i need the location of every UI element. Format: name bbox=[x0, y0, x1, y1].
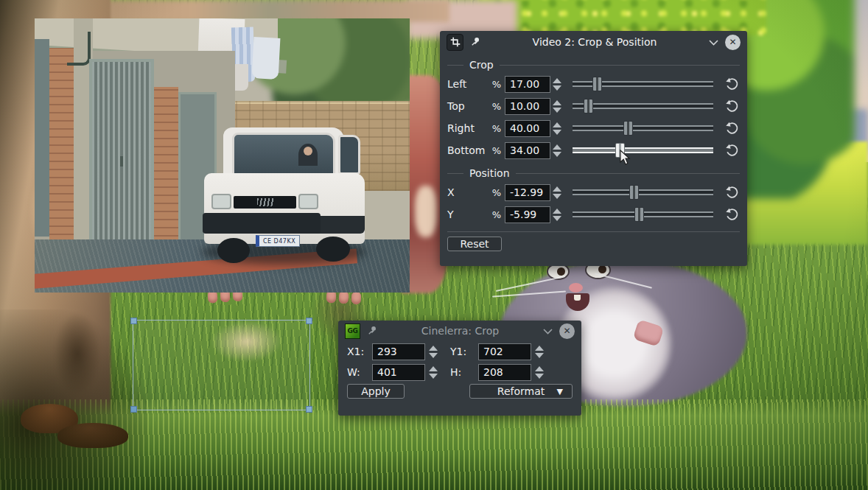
bottom-spinner[interactable] bbox=[550, 144, 564, 157]
undo-icon[interactable] bbox=[722, 77, 741, 91]
w-input[interactable]: 401 bbox=[372, 364, 425, 381]
fiat-logo bbox=[257, 198, 273, 206]
crop-handle-top-left[interactable] bbox=[130, 318, 137, 324]
crop-coords-row-1: X1: 293 Y1: 702 bbox=[338, 341, 581, 362]
x-value-input[interactable]: -12.99 bbox=[505, 184, 550, 201]
right-slider[interactable] bbox=[573, 120, 713, 136]
crop-position-dialog: Video 2: Crop & Position ✕ Crop Left % 1… bbox=[440, 31, 747, 266]
collapse-chevron-icon[interactable] bbox=[709, 36, 718, 48]
position-group-header: Position bbox=[447, 167, 740, 180]
top-value-input[interactable]: 10.00 bbox=[505, 98, 550, 115]
left-slider[interactable] bbox=[573, 76, 713, 92]
crop-selection-rect[interactable] bbox=[133, 320, 310, 410]
left-spinner[interactable] bbox=[550, 78, 564, 91]
x-spinner[interactable] bbox=[550, 186, 564, 199]
left-value-input[interactable]: 17.00 bbox=[505, 76, 550, 93]
position-row-y: Y % -5.99 bbox=[440, 203, 747, 225]
car-side-window bbox=[338, 135, 360, 175]
car-grille bbox=[234, 196, 296, 209]
undo-icon[interactable] bbox=[722, 185, 741, 200]
y1-spinner[interactable] bbox=[533, 346, 546, 358]
crop-row-right: Right % 40.00 bbox=[440, 117, 747, 139]
top-slider[interactable] bbox=[573, 98, 713, 114]
car-license-plate: CE D47KX bbox=[256, 235, 300, 247]
car-headlight-left bbox=[211, 194, 231, 209]
x1-input[interactable]: 293 bbox=[372, 343, 425, 360]
crop-tool-icon[interactable] bbox=[447, 34, 463, 51]
compositor-screen: CE D47KX Video 2: Crop & Position ✕ Crop bbox=[0, 0, 868, 490]
undo-icon[interactable] bbox=[722, 207, 741, 222]
dialog-titlebar[interactable]: Video 2: Crop & Position ✕ bbox=[440, 31, 747, 53]
close-icon[interactable]: ✕ bbox=[559, 323, 575, 339]
video-preview-canvas[interactable]: CE D47KX bbox=[35, 18, 410, 293]
car-wheel-front bbox=[217, 238, 250, 263]
crop-group-header: Crop bbox=[447, 58, 740, 71]
position-row-x: X % -12.99 bbox=[440, 181, 747, 203]
y-slider[interactable] bbox=[573, 206, 713, 223]
preview-conduit-pipe bbox=[67, 32, 91, 66]
car-headlight-right bbox=[298, 194, 318, 209]
h-spinner[interactable] bbox=[533, 366, 546, 379]
undo-icon[interactable] bbox=[722, 121, 741, 136]
right-spinner[interactable] bbox=[550, 122, 564, 135]
reset-button[interactable]: Reset bbox=[447, 237, 502, 251]
preview-garage-door-partial bbox=[35, 39, 49, 237]
cinelerra-crop-dialog: GG Cinelerra: Crop ✕ X1: 293 Y1: 702 W: … bbox=[338, 321, 581, 416]
reformat-button[interactable]: Reformat ▼ bbox=[469, 384, 573, 399]
car-windshield bbox=[232, 133, 335, 175]
undo-icon[interactable] bbox=[722, 143, 741, 158]
cinelerra-gg-icon: GG bbox=[345, 323, 360, 339]
crop-handle-bottom-right[interactable] bbox=[306, 406, 312, 413]
car-driver bbox=[298, 144, 318, 166]
preview-car: CE D47KX bbox=[204, 127, 365, 267]
w-spinner[interactable] bbox=[427, 366, 440, 379]
crop-row-top: Top % 10.00 bbox=[440, 95, 747, 117]
dialog-title: Video 2: Crop & Position bbox=[487, 36, 702, 48]
y-spinner[interactable] bbox=[550, 209, 564, 221]
crop-coords-row-2: W: 401 H: 208 bbox=[338, 362, 581, 382]
bottom-slider[interactable] bbox=[573, 142, 713, 158]
x-slider[interactable] bbox=[573, 184, 713, 200]
bottom-value-input[interactable]: 34.00 bbox=[505, 142, 550, 159]
crop-row-bottom: Bottom % 34.00 bbox=[440, 139, 747, 161]
right-value-input[interactable]: 40.00 bbox=[505, 120, 550, 137]
crop-handle-top-right[interactable] bbox=[306, 318, 312, 324]
car-bumper bbox=[203, 213, 321, 234]
pin-icon[interactable] bbox=[470, 36, 480, 49]
collapse-chevron-icon[interactable] bbox=[543, 325, 553, 337]
h-input[interactable]: 208 bbox=[478, 364, 531, 381]
car-side-trim bbox=[315, 216, 365, 234]
x1-spinner[interactable] bbox=[427, 346, 440, 358]
undo-icon[interactable] bbox=[722, 99, 741, 113]
top-spinner[interactable] bbox=[550, 100, 564, 113]
apply-button[interactable]: Apply bbox=[347, 384, 405, 399]
pin-icon[interactable] bbox=[367, 325, 377, 337]
dialog-title: Cinelerra: Crop bbox=[384, 325, 536, 337]
car-wheel-rear bbox=[316, 237, 350, 262]
dropdown-arrow-icon: ▼ bbox=[557, 387, 563, 396]
close-icon[interactable]: ✕ bbox=[725, 35, 741, 50]
crop-row-left: Left % 17.00 bbox=[440, 73, 747, 95]
y-value-input[interactable]: -5.99 bbox=[505, 206, 550, 223]
mouse-cursor bbox=[620, 150, 631, 169]
preview-laundry bbox=[252, 37, 281, 80]
dialog-titlebar[interactable]: GG Cinelerra: Crop ✕ bbox=[338, 321, 581, 341]
y1-input[interactable]: 702 bbox=[478, 343, 531, 360]
crop-handle-bottom-left[interactable] bbox=[130, 406, 137, 413]
